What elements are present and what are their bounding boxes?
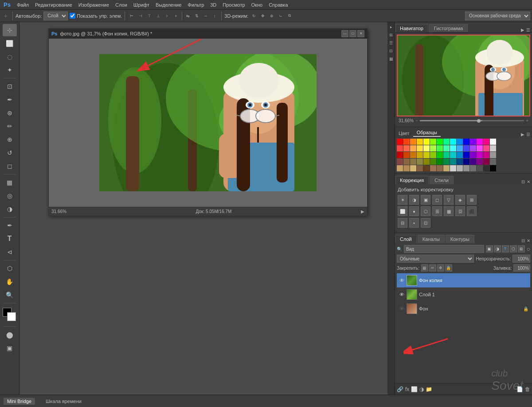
swatch-r3-12[interactable] [470,152,476,158]
swatch-r4-11[interactable] [463,159,469,165]
layer-eye-fon-kopiya[interactable]: 👁 [399,277,405,283]
nav-menu-icon[interactable]: ☰ [526,27,530,32]
nav-zoom-thumb[interactable] [477,119,481,123]
swatch-r4-6[interactable] [430,159,436,165]
swatch-r4-4[interactable] [417,159,423,165]
layers-close-icon[interactable]: ✕ [527,238,530,243]
lock-all-icon[interactable]: 🔒 [445,264,452,271]
correction-vibrance-icon[interactable]: ◈ [455,195,465,205]
dist-v2-icon[interactable]: ↕ [211,12,219,20]
layer-item-fon[interactable]: 👁 Фон 🔒 [397,302,530,316]
layers-adjustment-icon[interactable]: ◑ [419,386,424,392]
strip-icon-4[interactable]: ⊟ [388,48,394,54]
swatch-r5-10[interactable] [457,165,463,171]
hand-tool[interactable]: ✋ [3,275,17,288]
layers-fx-icon[interactable]: fx [405,386,409,392]
tab-paths[interactable]: Контуры [446,235,474,243]
swatch-cyan-blue[interactable] [457,139,463,145]
show-controls-checkbox[interactable] [70,13,75,19]
tab-color[interactable]: Цвет [395,130,413,137]
swatch-r5-12[interactable] [470,165,476,171]
correction-photo-icon[interactable]: ⬡ [421,206,430,216]
swatch-r2-7[interactable] [437,145,443,151]
swatch-magenta[interactable] [477,139,483,145]
move-tool-icon[interactable]: ⊹ [2,12,10,20]
swatch-r5-6[interactable] [430,165,436,171]
swatch-r5-1[interactable] [397,165,403,171]
gradient-tool[interactable]: ▦ [3,176,17,189]
swatch-r3-6[interactable] [430,152,436,158]
swatch-r2-13[interactable] [477,145,483,151]
swatch-r5-9[interactable] [450,165,456,171]
swatch-r3-14[interactable] [483,152,489,158]
menu-window[interactable]: Окно [249,1,266,8]
swatch-r2-5[interactable] [423,145,430,151]
swatch-r5-14[interactable] [483,165,489,171]
filter-smart-icon[interactable]: ⊞ [518,245,525,252]
swatch-r4-10[interactable] [457,159,463,165]
swatch-r5-8[interactable] [443,165,450,171]
swatch-r4-2[interactable] [403,159,410,165]
swatch-r5-4[interactable] [417,165,423,171]
3d-roll-icon[interactable]: ⤿ [277,12,285,20]
swatch-lightgray[interactable] [490,145,496,151]
strip-icon-1[interactable]: ▸ [388,24,394,30]
lasso-tool[interactable]: ◌ [3,50,17,63]
opacity-input[interactable] [512,255,530,263]
doc-minimize-button[interactable]: — [341,30,348,37]
menu-layers[interactable]: Слои [113,1,130,8]
swatch-cyan[interactable] [450,139,456,145]
correction-invert-icon[interactable]: ⊡ [421,218,430,228]
blur-tool[interactable]: ◎ [3,190,17,202]
layer-eye-fon[interactable]: 👁 [399,306,405,312]
nav-zoom-minus[interactable]: − [415,118,418,123]
tab-timeline[interactable]: Шкала времени [42,398,85,405]
swatch-r4-13[interactable] [477,159,483,165]
swatch-r5-7[interactable] [437,165,443,171]
correction-bw-icon[interactable]: ♦ [409,206,419,216]
correction-levels-icon[interactable]: ▣ [421,195,430,205]
tab-navigator[interactable]: Навигатор [395,24,428,32]
3d-extra-icon[interactable]: ⧉ [286,12,293,20]
doc-close-button[interactable]: ✕ [357,30,364,37]
swatch-r2-9[interactable] [450,145,456,151]
swatch-r4-8[interactable] [443,159,450,165]
menu-filter[interactable]: Фильтр [185,1,207,8]
swatch-r3-10[interactable] [457,152,463,158]
swatch-orange[interactable] [410,139,416,145]
layer-eye-sloy1[interactable]: 👁 [399,291,405,298]
swatch-r5-5[interactable] [423,165,430,171]
swatch-r4-9[interactable] [450,159,456,165]
correction-threshold-icon[interactable]: ⊟ [398,218,407,228]
swatch-orange-red[interactable] [403,139,410,145]
swatch-green[interactable] [437,139,443,145]
swatch-r3-9[interactable] [450,152,456,158]
swatch-r3-8[interactable] [443,152,450,158]
screen-mode-tool[interactable]: ▣ [3,342,17,354]
menu-select[interactable]: Выделение [153,1,184,8]
eyedropper-tool[interactable]: ✒ [3,93,17,106]
menu-file[interactable]: Файл [14,1,31,8]
swatch-r4-1[interactable] [397,159,403,165]
correction-posterize-icon[interactable]: ▪ [409,218,419,228]
move-tool[interactable]: ⊹ [3,24,17,36]
tab-styles[interactable]: Стили [430,176,454,184]
layers-link-icon[interactable]: 🔗 [397,386,403,392]
filter-adj-icon[interactable]: ◑ [494,245,501,252]
correction-curves-icon[interactable]: ◻ [432,195,442,205]
dist-h-icon[interactable]: ⇆ [184,12,192,20]
dodge-tool[interactable]: ◑ [3,203,17,215]
filter-type-icon[interactable]: T [502,245,509,252]
quick-mask-tool[interactable]: ⬤ [3,329,17,341]
3d-zoom-icon[interactable]: ⊕ [268,12,276,20]
lock-transparent-icon[interactable]: ▦ [421,264,428,271]
menu-help[interactable]: Справка [266,1,290,8]
swatch-r3-5[interactable] [423,152,430,158]
clone-tool[interactable]: ⊕ [3,133,17,146]
corr-close-icon[interactable]: ✕ [527,179,530,184]
swatch-r3-4[interactable] [417,152,423,158]
swatch-r4-5[interactable] [423,159,430,165]
swatch-r2-14[interactable] [483,145,489,151]
layer-item-fon-kopiya[interactable]: 👁 Фон копия [397,273,530,287]
history-brush-tool[interactable]: ↺ [3,147,17,159]
